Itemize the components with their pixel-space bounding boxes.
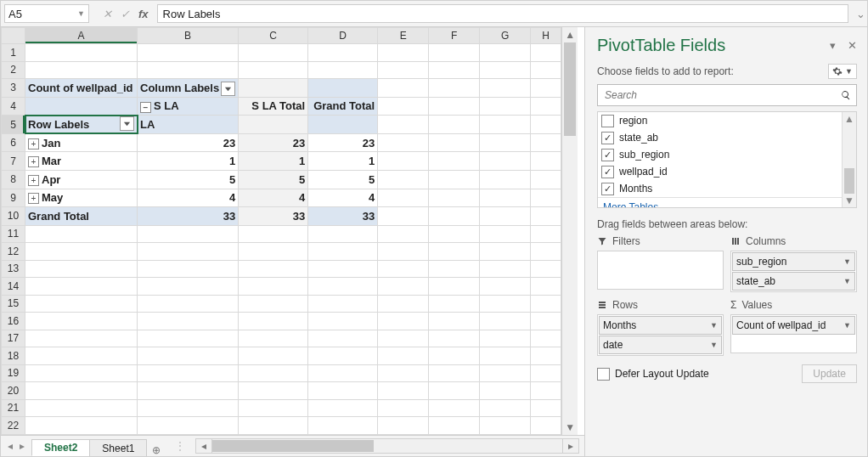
- collapse-icon[interactable]: −: [140, 102, 151, 113]
- checkbox[interactable]: [601, 149, 614, 161]
- field-item[interactable]: region: [598, 112, 856, 129]
- expand-icon[interactable]: +: [28, 175, 39, 186]
- col-header-A[interactable]: A: [25, 28, 138, 44]
- update-button[interactable]: Update: [802, 364, 857, 383]
- pivot-grand-total-col[interactable]: Grand Total: [308, 97, 378, 116]
- dropdown-icon[interactable]: [221, 82, 235, 96]
- col-header-C[interactable]: C: [239, 28, 308, 44]
- values-dropzone[interactable]: Count of wellpad_id▼: [730, 314, 857, 353]
- row-header[interactable]: 22: [2, 417, 25, 435]
- area-pill[interactable]: Count of wellpad_id▼: [732, 316, 855, 335]
- row-header[interactable]: 6: [2, 133, 25, 152]
- layout-options-button[interactable]: ▼: [828, 64, 857, 79]
- name-box[interactable]: A5 ▼: [4, 4, 89, 23]
- row-header[interactable]: 15: [2, 295, 25, 313]
- field-item[interactable]: state_ab: [598, 129, 856, 146]
- row-header[interactable]: 18: [2, 347, 25, 365]
- defer-update-checkbox[interactable]: Defer Layout Update: [597, 368, 709, 381]
- row-header[interactable]: 13: [2, 260, 25, 278]
- expand-formula-icon[interactable]: ⌄: [854, 8, 867, 20]
- area-pill[interactable]: Months▼: [599, 316, 722, 335]
- col-header-E[interactable]: E: [378, 28, 429, 44]
- pivot-col-la[interactable]: LA: [138, 116, 239, 134]
- area-pill[interactable]: sub_region▼: [732, 252, 855, 271]
- pivot-title[interactable]: Count of wellpad_id: [25, 79, 138, 98]
- pivot-row[interactable]: +Mar: [25, 152, 138, 171]
- row-header[interactable]: 5: [2, 116, 25, 134]
- filters-dropzone[interactable]: [597, 251, 724, 290]
- row-header[interactable]: 19: [2, 364, 25, 382]
- sheet-tab-active[interactable]: Sheet2: [31, 439, 90, 456]
- rows-dropzone[interactable]: Months▼ date▼: [597, 314, 724, 356]
- scrollbar-thumb[interactable]: [212, 440, 374, 452]
- pivot-row[interactable]: +May: [25, 189, 138, 207]
- pivot-column-labels[interactable]: Column Labels: [138, 79, 239, 98]
- row-header[interactable]: 17: [2, 330, 25, 347]
- vertical-scrollbar[interactable]: ▲ ▼: [561, 27, 578, 435]
- pivot-col-total[interactable]: S LA Total: [239, 97, 308, 116]
- expand-icon[interactable]: +: [28, 156, 39, 167]
- cancel-icon[interactable]: ✕: [103, 8, 112, 20]
- columns-dropzone[interactable]: sub_region▼ state_ab▼: [730, 251, 857, 292]
- scroll-right-icon[interactable]: ▸: [562, 438, 579, 454]
- fieldlist-scrollbar[interactable]: ▲▼: [842, 112, 856, 207]
- row-header[interactable]: 3: [2, 79, 25, 98]
- pivot-row[interactable]: +Apr: [25, 170, 138, 189]
- row-header[interactable]: 7: [2, 152, 25, 171]
- more-tables-link[interactable]: More Tables...: [598, 197, 856, 207]
- row-header[interactable]: 12: [2, 243, 25, 261]
- fx-icon[interactable]: fx: [138, 8, 149, 20]
- checkbox[interactable]: [601, 115, 614, 127]
- row-header[interactable]: 14: [2, 278, 25, 296]
- select-all-corner[interactable]: [2, 28, 25, 44]
- pane-menu-icon[interactable]: ▾: [830, 39, 836, 52]
- expand-icon[interactable]: +: [28, 193, 39, 204]
- col-header-H[interactable]: H: [531, 28, 561, 44]
- area-pill[interactable]: date▼: [599, 336, 722, 354]
- checkbox[interactable]: [601, 183, 614, 195]
- row-header[interactable]: 10: [2, 207, 25, 226]
- col-header-G[interactable]: G: [480, 28, 531, 44]
- confirm-icon[interactable]: ✓: [121, 8, 130, 20]
- scroll-up-icon[interactable]: ▲: [562, 27, 578, 42]
- pivot-grand-total-row[interactable]: Grand Total: [25, 207, 138, 226]
- pivot-row[interactable]: +Jan: [25, 133, 138, 152]
- scroll-down-icon[interactable]: ▼: [562, 420, 578, 435]
- checkbox[interactable]: [597, 368, 610, 381]
- formula-input[interactable]: Row Labels: [157, 4, 848, 23]
- dropdown-icon[interactable]: [120, 116, 134, 131]
- expand-icon[interactable]: +: [28, 138, 39, 150]
- chevron-down-icon[interactable]: ▼: [77, 9, 85, 18]
- field-search[interactable]: [597, 84, 857, 106]
- col-header-D[interactable]: D: [308, 28, 378, 44]
- field-item[interactable]: wellpad_id: [598, 163, 856, 180]
- row-header[interactable]: 21: [2, 399, 25, 417]
- horizontal-scrollbar[interactable]: ◂ ▸: [195, 438, 579, 454]
- pivot-row-labels[interactable]: Row Labels: [25, 116, 138, 134]
- tab-nav-first-icon[interactable]: ◂: [8, 440, 13, 452]
- scrollbar-thumb[interactable]: [564, 42, 576, 136]
- row-header[interactable]: 20: [2, 382, 25, 400]
- row-header[interactable]: 11: [2, 225, 25, 243]
- col-header-B[interactable]: B: [138, 28, 239, 44]
- add-sheet-button[interactable]: ⊕: [146, 444, 166, 456]
- row-header[interactable]: 1: [2, 44, 25, 62]
- row-header[interactable]: 4: [2, 97, 25, 116]
- search-input[interactable]: [603, 88, 841, 102]
- pivot-col-sla[interactable]: −S LA: [138, 97, 239, 116]
- row-header[interactable]: 9: [2, 189, 25, 207]
- area-pill[interactable]: state_ab▼: [732, 272, 855, 291]
- row-header[interactable]: 2: [2, 61, 25, 79]
- row-header[interactable]: 8: [2, 170, 25, 189]
- close-pane-icon[interactable]: ✕: [848, 39, 857, 52]
- field-item[interactable]: sub_region: [598, 146, 856, 163]
- checkbox[interactable]: [601, 132, 614, 144]
- checkbox[interactable]: [601, 166, 614, 178]
- tab-nav-last-icon[interactable]: ▸: [20, 440, 25, 452]
- col-header-F[interactable]: F: [429, 28, 480, 44]
- field-item[interactable]: Months: [598, 180, 856, 197]
- sheet-tab[interactable]: Sheet1: [89, 439, 147, 456]
- scroll-left-icon[interactable]: ◂: [195, 438, 212, 454]
- row-header[interactable]: 16: [2, 313, 25, 330]
- spreadsheet-grid[interactable]: A B C D E F G H 1 2 3: [1, 27, 561, 435]
